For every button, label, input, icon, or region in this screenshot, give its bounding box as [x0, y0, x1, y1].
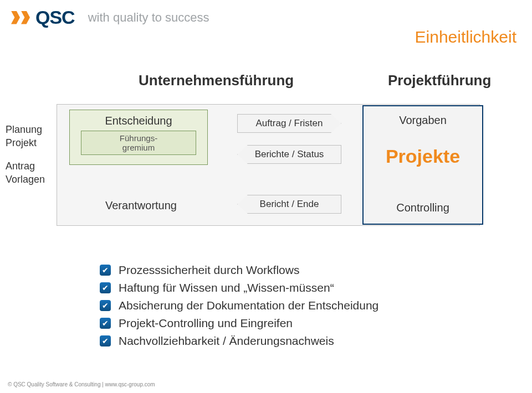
decision-block: Entscheidung Führungs- gremium — [69, 110, 208, 165]
list-item: ✔ Nachvollziehbarkeit / Änderungsnachwei… — [100, 334, 488, 348]
bullet-text: Haftung für Wissen und „Wissen-müssen“ — [119, 281, 334, 294]
bullet-list: ✔ Prozesssicherheit durch Workflows ✔ Ha… — [100, 263, 488, 352]
logo: QSC — [11, 7, 75, 28]
footer: © QSC Quality Software & Consulting | ww… — [8, 381, 155, 387]
arrow-berichte-status: Berichte / Status — [237, 145, 341, 164]
decision-subbox: Führungs- gremium — [81, 131, 196, 155]
label-antrag: Antrag — [6, 159, 61, 173]
controlling-label: Controlling — [396, 201, 449, 214]
diagram: Unternehmensführung Projektführung Planu… — [0, 72, 532, 255]
bullet-text: Projekt-Controlling und Eingreifen — [119, 317, 293, 330]
list-item: ✔ Prozesssicherheit durch Workflows — [100, 263, 488, 277]
col-header-right: Projektführung — [388, 72, 491, 89]
list-item: ✔ Haftung für Wissen und „Wissen-müssen“ — [100, 281, 488, 294]
decision-title: Entscheidung — [70, 110, 207, 130]
arrow-label: Berichte / Status — [237, 145, 341, 164]
vorgaben-label: Vorgaben — [399, 114, 447, 127]
page-title: Einheitlichkeit — [415, 28, 516, 46]
label-planung: Planung — [6, 123, 61, 136]
bullet-text: Absicherung der Dokumentation der Entsch… — [119, 299, 378, 312]
projekte-label: Projekte — [386, 146, 460, 167]
arrow-label: Auftrag / Fristen — [237, 114, 341, 133]
header: QSC with quality to success — [0, 0, 532, 28]
bullet-text: Prozesssicherheit durch Workflows — [119, 263, 299, 277]
project-box: Vorgaben Projekte Controlling — [362, 105, 483, 225]
arrow-bericht-ende: Bericht / Ende — [237, 195, 341, 214]
label-projekt: Projekt — [6, 136, 61, 149]
tagline: with quality to success — [88, 11, 209, 25]
bullet-text: Nachvollziehbarkeit / Änderungsnachweis — [119, 334, 334, 348]
check-icon: ✔ — [100, 282, 111, 293]
label-vorlagen: Vorlagen — [6, 173, 61, 186]
check-icon: ✔ — [100, 300, 111, 311]
check-icon: ✔ — [100, 265, 111, 276]
arrow-label: Bericht / Ende — [237, 195, 341, 214]
logo-text: QSC — [35, 7, 75, 28]
logo-icon — [11, 11, 31, 24]
check-icon: ✔ — [100, 335, 111, 347]
arrow-auftrag-fristen: Auftrag / Fristen — [237, 114, 341, 133]
col-header-left: Unternehmensführung — [139, 72, 294, 89]
list-item: ✔ Projekt-Controlling und Eingreifen — [100, 317, 488, 330]
list-item: ✔ Absicherung der Dokumentation der Ents… — [100, 299, 488, 312]
left-labels: Planung Projekt Antrag Vorlagen — [6, 123, 61, 196]
check-icon: ✔ — [100, 318, 111, 329]
verantwortung-label: Verantwortung — [105, 199, 177, 212]
decision-sub-label: Führungs- gremium — [120, 133, 157, 152]
